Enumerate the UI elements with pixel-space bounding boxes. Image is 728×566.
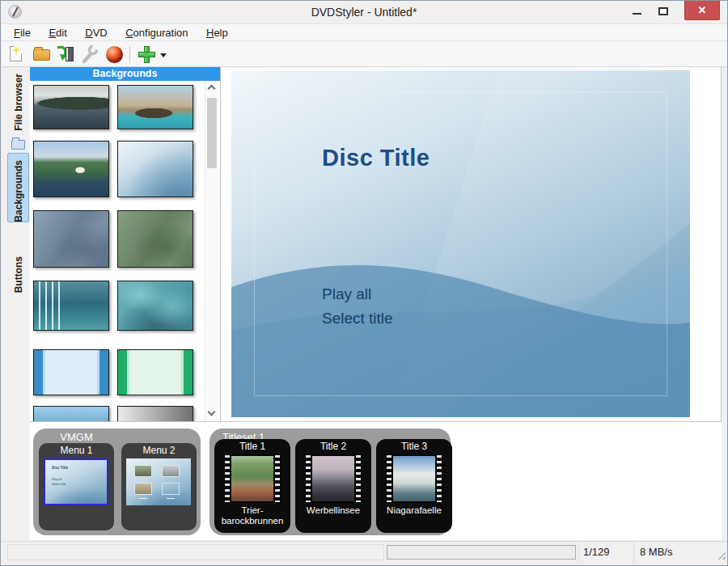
title-2-label: Title 2 xyxy=(295,441,371,452)
background-thumbnail-green-bars[interactable] xyxy=(117,349,193,395)
safe-area-rectangle xyxy=(254,91,667,396)
add-file-button[interactable] xyxy=(136,44,158,65)
scrollbar-thumb[interactable] xyxy=(207,98,217,168)
background-thumbnail-blue-bars[interactable] xyxy=(33,349,109,395)
background-thumbnail-river-aerial[interactable] xyxy=(33,141,109,197)
select-title-button-object[interactable]: Select title xyxy=(322,310,393,327)
folder-icon xyxy=(11,140,25,150)
pier-thumbnail xyxy=(312,456,354,501)
fountain-thumbnail xyxy=(231,456,273,501)
app-window: DVDStyler - Untitled* ✕ File Edit DVD Co… xyxy=(0,0,728,566)
titleset-group: Titleset 1 Title 1 Trier-barockbrunnen T… xyxy=(210,429,451,535)
menu-2-label: Menu 2 xyxy=(121,445,197,456)
backgrounds-scrollbar[interactable] xyxy=(205,81,218,421)
filmstrip-icon xyxy=(305,454,362,503)
tab-file-browser[interactable]: File browser xyxy=(7,74,29,158)
menu-2-thumbnail xyxy=(126,458,191,505)
window-title: DVDStyler - Untitled* xyxy=(1,1,727,23)
toolbar xyxy=(2,41,728,67)
background-thumbnail-beach-ship[interactable] xyxy=(117,85,193,129)
menu-2-card[interactable]: Menu 2 xyxy=(121,443,197,530)
title-1-name: Trier-barockbrunnen xyxy=(216,505,289,526)
book-icon xyxy=(66,47,74,61)
close-button[interactable]: ✕ xyxy=(684,1,720,20)
scroll-up-arrow[interactable] xyxy=(208,85,216,93)
background-thumbnail-gray-gradient[interactable] xyxy=(117,406,193,421)
status-message-field xyxy=(7,544,384,560)
open-folder-icon xyxy=(33,49,50,61)
sidebar-tabstrip: File browser Backgrounds Buttons xyxy=(7,67,30,541)
menu-editor-canvas[interactable]: Disc Title Play all Select title xyxy=(221,67,722,421)
title-1-label: Title 1 xyxy=(214,441,290,452)
new-document-icon xyxy=(10,46,22,61)
wrench-icon xyxy=(79,44,101,65)
save-import-button[interactable] xyxy=(55,44,77,65)
title-bar: DVDStyler - Untitled* ✕ xyxy=(1,1,727,23)
maximize-button[interactable] xyxy=(654,4,672,19)
background-thumbnail-blue-gradient[interactable] xyxy=(33,406,109,421)
minimize-icon xyxy=(633,13,641,15)
title-3-card[interactable]: Title 3 Niagarafaelle xyxy=(376,439,452,533)
disc-title-object[interactable]: Disc Title xyxy=(322,145,430,171)
tab-file-browser-label: File browser xyxy=(13,74,24,131)
capacity-progress-bar xyxy=(387,545,576,560)
sparkle-icon xyxy=(12,46,20,54)
play-all-button-object[interactable]: Play all xyxy=(322,285,371,303)
minimize-button[interactable] xyxy=(629,4,646,19)
maximize-icon xyxy=(658,7,668,15)
title-3-label: Title 3 xyxy=(376,441,452,452)
menu-configuration[interactable]: Configuration xyxy=(118,24,195,41)
dvd-menu-preview[interactable]: Disc Title Play all Select title xyxy=(231,70,690,417)
backgrounds-panel-header: Backgrounds xyxy=(30,67,220,81)
menu-edit[interactable]: Edit xyxy=(41,24,74,41)
filmstrip-icon xyxy=(386,454,442,503)
plus-icon xyxy=(138,45,156,64)
tab-buttons-label: Buttons xyxy=(13,256,24,293)
menu-1-card[interactable]: Menu 1 Disc Title Play all Select title xyxy=(39,443,114,530)
filmstrip-icon xyxy=(224,454,281,503)
backgrounds-panel: Backgrounds xyxy=(30,67,221,421)
title-2-name: Werbellinsee xyxy=(297,505,370,516)
bitrate-status: 8 MB/s xyxy=(633,542,706,563)
menu-1-thumbnail: Disc Title Play all Select title xyxy=(44,458,108,505)
background-thumbnail-teal-texture[interactable] xyxy=(117,281,193,331)
status-bar: 1/129 Minutes 8 MB/s xyxy=(2,541,728,562)
background-thumbnail-teal-stripes[interactable] xyxy=(33,281,109,331)
waterfall-thumbnail xyxy=(393,456,435,501)
storyboard-panel: VMGM Menu 1 Disc Title Play all Select t… xyxy=(30,421,722,540)
menu-bar: File Edit DVD Configuration Help xyxy=(2,23,728,41)
background-thumbnail-green-blur[interactable] xyxy=(117,210,193,268)
photo-box xyxy=(134,483,152,495)
burn-disc-icon xyxy=(106,46,123,63)
photo-box xyxy=(162,465,180,477)
vmgm-group: VMGM Menu 1 Disc Title Play all Select t… xyxy=(33,429,201,535)
background-thumbnail-ocean-island[interactable] xyxy=(33,85,109,129)
toolbar-separator xyxy=(129,46,130,63)
background-thumbnail-blue-waves[interactable] xyxy=(117,141,193,197)
tab-buttons[interactable]: Buttons xyxy=(7,253,29,302)
settings-button[interactable] xyxy=(79,44,101,65)
menu-1-label: Menu 1 xyxy=(39,445,114,456)
title-3-name: Niagarafaelle xyxy=(378,505,451,516)
empty-box xyxy=(162,483,180,495)
duration-status: 1/129 Minutes xyxy=(578,542,633,563)
burn-button[interactable] xyxy=(104,44,125,65)
new-project-button[interactable] xyxy=(6,44,28,65)
menu-dvd[interactable]: DVD xyxy=(78,24,114,41)
vmgm-group-label: VMGM xyxy=(39,431,114,443)
background-thumbnail-blue-blur[interactable] xyxy=(33,210,109,268)
add-file-dropdown-arrow[interactable] xyxy=(160,53,167,57)
photo-box xyxy=(134,465,152,477)
title-1-card[interactable]: Title 1 Trier-barockbrunnen xyxy=(214,439,290,533)
tab-backgrounds[interactable]: Backgrounds xyxy=(7,153,29,222)
tab-backgrounds-label: Backgrounds xyxy=(13,160,24,222)
open-project-button[interactable] xyxy=(31,44,53,65)
scroll-down-arrow[interactable] xyxy=(208,408,216,416)
backgrounds-thumbnail-list xyxy=(30,81,205,421)
resize-grip[interactable] xyxy=(716,550,726,560)
menu-file[interactable]: File xyxy=(6,24,38,41)
menu-help[interactable]: Help xyxy=(199,24,235,41)
title-2-card[interactable]: Title 2 Werbellinsee xyxy=(295,439,371,533)
